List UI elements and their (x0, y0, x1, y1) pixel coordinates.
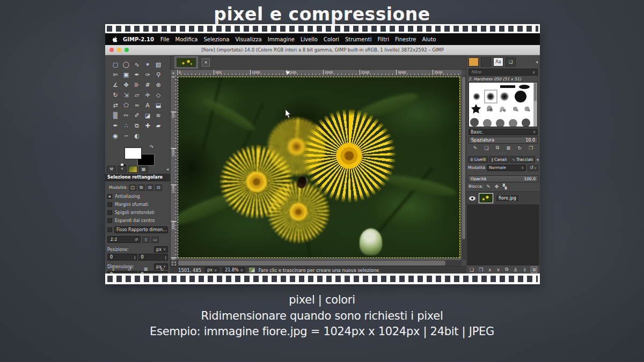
menu-item[interactable]: Seleziona (203, 36, 229, 42)
fixed-ratio-select[interactable]: Fisso Rapporto dimen... (114, 226, 168, 233)
checkbox-fisso[interactable] (107, 227, 112, 232)
menu-item[interactable]: Filtri (378, 36, 389, 42)
layers-button[interactable]: ❐ (479, 267, 483, 272)
foreground-color-swatch[interactable] (125, 147, 142, 159)
tool-options-button[interactable]: ↻ (160, 267, 164, 272)
zoom-window-button[interactable] (125, 48, 129, 52)
checkbox-antialiasing[interactable] (107, 194, 112, 199)
layer-name[interactable]: fiore.jpg (496, 195, 518, 201)
canvas-viewport[interactable] (177, 76, 462, 260)
zoom-level-select[interactable]: 21.8% (223, 267, 245, 273)
panel-tab[interactable]: ∿Tracciati (510, 156, 535, 163)
menu-item[interactable]: Modifica (175, 36, 198, 42)
panel-tab[interactable]: ‖Canali (489, 156, 509, 163)
menu-item[interactable]: Aiuto (422, 36, 436, 42)
tool-options-button[interactable]: ⇓ (111, 267, 115, 272)
scrollbar-thumb[interactable] (462, 77, 465, 239)
collapse-dock-icon[interactable]: ◂ (166, 167, 169, 172)
menu-item[interactable]: Colori (324, 36, 339, 42)
layers-button[interactable]: ∧ (488, 267, 492, 272)
menu-item[interactable]: Finestre (395, 36, 416, 42)
tool-button[interactable]: ∴ (121, 121, 131, 131)
opacity-slider[interactable]: Opacità 100.0 (468, 175, 538, 182)
dock-tab[interactable] (469, 57, 479, 67)
vertical-ruler[interactable]: 05001000150020002500 (171, 76, 177, 260)
tool-options-button[interactable]: ⊠ (144, 267, 148, 272)
tool-button[interactable]: ⧉ (131, 121, 142, 131)
selection-mode-button[interactable]: ⊟ (147, 184, 153, 191)
layers-button[interactable]: ⇓ (523, 267, 527, 272)
tool-button[interactable]: ⊪ (131, 80, 142, 90)
brush-button[interactable]: ❐ (529, 145, 533, 151)
tool-button[interactable]: ▣ (121, 70, 131, 80)
tool-button[interactable]: ✒ (110, 121, 121, 131)
brush-button[interactable]: ⊠ (507, 145, 511, 151)
menu-item[interactable]: Strumenti (345, 36, 372, 42)
tool-button[interactable]: ∡ (110, 80, 121, 90)
tool-button[interactable]: ✥ (121, 80, 131, 90)
tool-button[interactable]: ✒ (131, 70, 142, 80)
tool-button[interactable]: ≈ (131, 100, 142, 110)
minimize-window-button[interactable] (117, 48, 121, 52)
selection-mode-button[interactable]: ⊡ (155, 184, 162, 191)
tool-button[interactable]: ≋ (153, 110, 164, 121)
panel-tab[interactable]: ≣Livelli (468, 156, 488, 163)
tool-button[interactable]: ▧ (153, 60, 164, 70)
tool-button[interactable]: ✚ (142, 121, 153, 131)
brush-button[interactable]: ⧉ (496, 145, 499, 151)
ruler-unit-select[interactable]: px (205, 267, 219, 273)
menu-item[interactable]: Immagine (268, 36, 295, 42)
layers-button[interactable]: ∨ (496, 267, 500, 272)
dock-tab[interactable]: ⚒ (107, 166, 116, 173)
tool-button[interactable]: ◪ (142, 110, 153, 121)
quick-mask-toggle[interactable] (171, 260, 177, 266)
tool-button[interactable]: ◇ (153, 90, 164, 100)
tool-button[interactable]: ∿ (131, 60, 142, 70)
layers-button[interactable]: ❏ (470, 267, 474, 272)
tool-button[interactable]: ⚲ (153, 70, 164, 80)
tool-options-button[interactable]: ↺ (128, 267, 132, 272)
window-title-bar[interactable]: [fiore] (importata)-14.0 (Colore RGB int… (105, 45, 540, 55)
tool-button[interactable]: ◉ (110, 131, 121, 141)
color-swatches[interactable]: ↷ (125, 146, 155, 166)
collapse-dock-icon[interactable]: ◂ (536, 157, 538, 162)
layer-row-fiore[interactable]: fiore.jpg (466, 191, 540, 205)
tool-button[interactable]: ✑ (142, 70, 153, 80)
menu-item[interactable]: Livello (301, 36, 318, 42)
dock-tab[interactable]: ▦ (139, 166, 148, 173)
brush-group-select[interactable]: Basic. (469, 129, 538, 135)
brush-filter-input[interactable]: filtro (469, 69, 538, 76)
brush-button[interactable]: ↻ (517, 145, 522, 151)
horizontal-scrollbar[interactable] (177, 260, 462, 266)
image-tab[interactable] (174, 56, 198, 69)
landscape-orientation-icon[interactable]: ▭ (151, 237, 159, 243)
tool-button[interactable]: ▰ (153, 121, 164, 131)
checkbox-spigoli-arrotondati[interactable] (107, 210, 112, 215)
checkbox-espandi-dal-centro[interactable] (107, 218, 112, 223)
brush-button[interactable]: ✎ (473, 145, 478, 151)
tool-button[interactable]: ▢ (110, 60, 121, 70)
layers-button[interactable]: ⧉ (505, 267, 508, 272)
horizontal-ruler[interactable]: 0500100015002000250030003500 (177, 70, 462, 76)
lock-icon[interactable]: ✥ (495, 184, 499, 189)
brush-grid-scrollbar[interactable] (533, 83, 537, 127)
apple-menu-icon[interactable] (112, 36, 118, 43)
tool-button[interactable]: ⬓ (153, 100, 164, 110)
selection-mode-button[interactable]: ⧉ (138, 184, 145, 191)
dock-tab[interactable]: Aa (493, 57, 503, 67)
menu-item[interactable]: File (160, 36, 170, 42)
layers-list-empty-area[interactable] (467, 205, 539, 265)
position-unit-select[interactable]: px (154, 246, 168, 253)
tool-button[interactable]: ▒ (110, 110, 121, 121)
layer-mode-select[interactable]: Normale (487, 165, 526, 171)
tool-button[interactable]: ∽ (121, 131, 131, 141)
menu-item[interactable]: Visualizza (235, 36, 261, 42)
layers-button[interactable]: ⊠ (531, 267, 537, 272)
dock-tab[interactable] (481, 57, 491, 67)
swap-colors-icon[interactable]: ↷ (149, 144, 153, 150)
tool-button[interactable]: ⇲ (121, 90, 131, 100)
brush-button[interactable]: ❏ (484, 145, 488, 151)
close-image-icon[interactable]: ✕ (202, 58, 210, 67)
lock-icon[interactable]: ✎ (486, 184, 491, 189)
tool-button[interactable]: ◯ (121, 60, 131, 70)
